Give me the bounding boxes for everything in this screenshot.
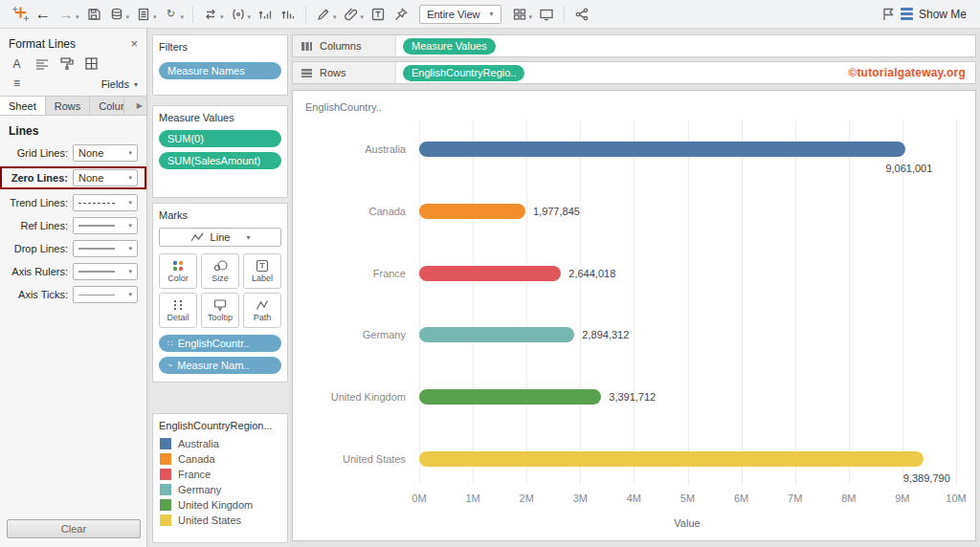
path-button-label: Path	[254, 313, 272, 322]
fit-view-select[interactable]: Entire View ▾	[419, 5, 501, 24]
new-data-source-icon[interactable]	[106, 3, 127, 26]
legend-item-canada[interactable]: Canada	[160, 453, 280, 465]
show-mark-labels-icon[interactable]	[368, 3, 389, 26]
tab-sheet[interactable]: Sheet	[0, 97, 46, 115]
format-row-dropdown[interactable]: ▾	[73, 263, 138, 280]
close-icon[interactable]: ×	[130, 36, 138, 51]
size-button[interactable]: Size	[201, 253, 239, 289]
measure-pill-sum-salesamount[interactable]: SUM(SalesAmount)	[159, 152, 281, 169]
pill-label: EnglishCountr..	[178, 338, 250, 349]
columns-pill-measure-values[interactable]: Measure Values	[403, 38, 496, 55]
legend-item-france[interactable]: France	[160, 469, 280, 480]
alignment-icon[interactable]	[33, 56, 50, 71]
new-data-source-caret-icon[interactable]: ▾	[126, 13, 130, 21]
rows-shelf[interactable]: Rows EnglishCountryRegio.. ©tutorialgate…	[292, 61, 976, 84]
line-style-preview	[78, 248, 115, 250]
fix-axes-icon[interactable]	[390, 3, 412, 26]
new-worksheet-caret-icon[interactable]: ▾	[153, 13, 157, 21]
save-icon[interactable]	[83, 3, 104, 26]
detail-icon	[171, 298, 185, 312]
tableau-logo[interactable]	[10, 3, 31, 26]
format-row-dropdown[interactable]: ▾	[73, 194, 138, 211]
mark-type-select[interactable]: Line ▾	[159, 228, 281, 247]
borders-icon[interactable]	[83, 56, 100, 71]
show-me-button[interactable]: Show Me	[901, 8, 967, 21]
bar-canada[interactable]	[419, 204, 525, 219]
format-row-zero-lines: Zero Lines:None▾	[0, 166, 146, 189]
x-axis-title: Value	[674, 517, 700, 529]
tab-rows[interactable]: Rows	[46, 97, 91, 115]
clear-button[interactable]: Clear	[7, 519, 141, 538]
shading-icon[interactable]	[58, 56, 75, 71]
detail-button[interactable]: Detail	[159, 293, 197, 328]
path-button[interactable]: Path	[243, 293, 281, 328]
refresh-caret-icon[interactable]: ▾	[181, 13, 185, 21]
tab-scroll-right-icon[interactable]: ▶	[133, 97, 146, 115]
format-row-dropdown[interactable]: None▾	[73, 169, 138, 186]
legend-label: Germany	[178, 484, 221, 495]
measure-values-card: Measure Values SUM(0) SUM(SalesAmount)	[152, 105, 288, 198]
value-label-united-kingdom: 3,391,712	[609, 389, 656, 405]
new-worksheet-icon[interactable]	[133, 3, 154, 26]
bar-united-states[interactable]	[419, 451, 924, 467]
format-row-grid-lines: Grid Lines:None▾	[0, 142, 146, 164]
legend-item-united-kingdom[interactable]: United Kingdom	[160, 499, 280, 511]
legend-item-united-states[interactable]: United States	[160, 514, 280, 526]
marks-pill-measure-names[interactable]: ~ Measure Nam..	[159, 357, 281, 374]
refresh-icon[interactable]: ↻	[161, 3, 182, 26]
pill-label: SUM(0)	[167, 133, 204, 144]
filter-pill-measure-names[interactable]: Measure Names	[159, 62, 281, 79]
undo-icon[interactable]: ←	[33, 3, 54, 26]
sort-ascending-icon[interactable]	[255, 3, 276, 26]
format-row-dropdown[interactable]: ▾	[73, 240, 138, 257]
caret-down-icon: ▾	[128, 222, 132, 230]
measure-pill-sum0[interactable]: SUM(0)	[159, 130, 281, 147]
legend-item-australia[interactable]: Australia	[160, 438, 280, 449]
share-icon[interactable]	[571, 3, 592, 26]
caret-down-icon: ▾	[128, 291, 132, 298]
sort-descending-icon[interactable]	[278, 3, 299, 26]
format-row-axis-rulers: Axis Rulers:▾	[0, 260, 146, 283]
bar-united-kingdom[interactable]	[419, 389, 601, 405]
toolbar-separator	[192, 6, 193, 23]
highlight-caret-icon[interactable]: ▾	[333, 13, 337, 21]
highlight-icon[interactable]	[313, 3, 334, 26]
redo-icon[interactable]: →	[56, 3, 77, 26]
font-icon[interactable]: A	[9, 56, 25, 71]
presentation-mode-icon[interactable]	[536, 3, 557, 26]
tooltip-button[interactable]: Tooltip	[201, 293, 239, 328]
swap-rows-columns-icon[interactable]	[200, 3, 221, 26]
group-caret-icon[interactable]: ▾	[248, 13, 252, 21]
label-button[interactable]: Label	[243, 253, 281, 289]
bar-germany[interactable]	[419, 327, 574, 342]
columns-shelf[interactable]: Columns Measure Values	[292, 34, 976, 57]
format-row-label: Axis Rulers:	[5, 266, 68, 277]
fit-view-caret-icon: ▾	[490, 10, 494, 18]
format-row-dropdown[interactable]: ▾	[73, 217, 138, 234]
bar-australia[interactable]	[419, 142, 905, 157]
tab-columns[interactable]: Columns	[90, 97, 124, 115]
legend-item-germany[interactable]: Germany	[160, 484, 280, 495]
group-members-icon[interactable]	[228, 3, 249, 26]
mark-type-value: Line	[211, 231, 231, 243]
tooltip-flag-icon[interactable]	[878, 3, 899, 26]
format-link-icon[interactable]	[341, 3, 362, 26]
columns-shelf-label: Columns	[293, 35, 396, 56]
redo-caret-icon[interactable]: ▾	[76, 13, 79, 21]
marks-pill-englishcountry[interactable]: ∷ EnglishCountr..	[159, 335, 281, 352]
caret-down-icon: ▾	[128, 199, 132, 207]
legend-swatch	[160, 438, 171, 449]
swap-caret-icon[interactable]: ▾	[220, 13, 224, 21]
bar-france[interactable]	[419, 266, 561, 281]
lines-icon[interactable]: ≡	[9, 76, 25, 90]
format-row-dropdown[interactable]: ▾	[73, 286, 138, 303]
format-link-caret-icon[interactable]: ▾	[361, 13, 365, 21]
rows-pill-englishcountryregion[interactable]: EnglishCountryRegio..	[403, 65, 524, 81]
show-hide-cards-caret-icon[interactable]: ▾	[529, 13, 533, 21]
fields-dropdown[interactable]: Fields ▾	[101, 78, 138, 90]
legend-title: EnglishCountryRegion...	[159, 420, 281, 431]
color-button[interactable]: Color	[159, 253, 197, 289]
format-row-trend-lines: Trend Lines:▾	[0, 191, 146, 214]
show-hide-cards-icon[interactable]	[509, 3, 530, 26]
format-row-dropdown[interactable]: None▾	[73, 144, 138, 162]
